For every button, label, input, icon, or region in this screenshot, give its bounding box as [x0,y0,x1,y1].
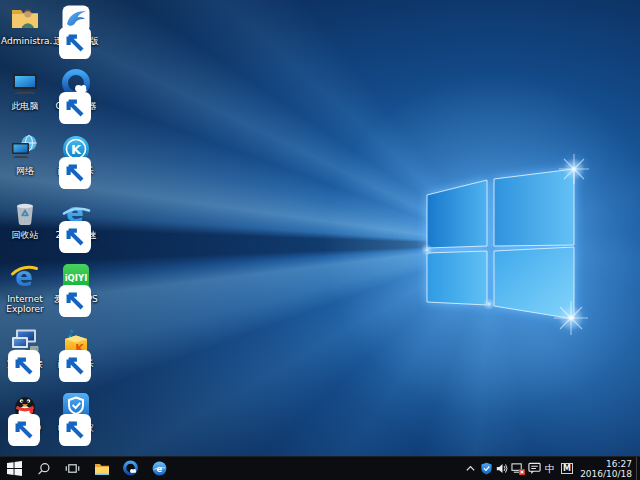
desktop-icon-administrator-folder[interactable]: Administra... [1,3,49,46]
search-icon [37,462,51,476]
desktop-icon-thunder-speed[interactable]: 迅雷极速版 [52,3,100,46]
iqiyi-icon: iQIYI [60,261,92,293]
show-desktop-button[interactable] [636,457,640,480]
shortcut-arrow-badge [8,414,17,423]
qq-browser-taskbar-button[interactable] [116,457,145,480]
task-view-button[interactable] [58,457,87,480]
desktop-icon-label: Administra... [1,36,49,46]
ime-mode-badge[interactable]: M [561,463,573,474]
desktop-icon-area: Administra... 迅雷极速版 此电脑 [0,0,640,456]
desktop-icon-tencent-qq[interactable]: 腾讯QQ [1,390,49,433]
2345-browser-icon: e [60,197,92,229]
recycle-bin-icon [9,197,41,229]
user-folder-icon [9,3,41,35]
svg-text:♪: ♪ [68,328,74,339]
ime-chinese-indicator[interactable]: 中 [542,462,558,476]
computer-monitor-icon [9,68,41,100]
desktop-icon-network[interactable]: 网络 [1,133,49,176]
network-globe-icon [9,133,41,165]
desktop-icon-qq-browser[interactable]: QQ浏览器 [52,68,100,111]
desktop-icon-kugou-music[interactable]: K 酷狗音乐 [52,133,100,176]
qq-penguin-icon [9,390,41,422]
pc-manager-shield-icon [60,390,92,422]
qq-browser-icon [60,68,92,100]
shortcut-arrow-badge [8,350,17,359]
desktop-icon-iqiyi-pps[interactable]: iQIYI 爱奇艺PPS [52,261,100,304]
system-tray: 中 M 16:27 2016/10/18 [462,457,640,480]
task-view-icon [65,462,80,475]
2345-browser-taskbar-button[interactable]: e [145,457,174,480]
security-shield-tray-icon[interactable] [478,457,494,480]
desktop-icon-broadband-connection[interactable]: 宽带连接 [1,326,49,369]
desktop-icon-label: 回收站 [1,230,49,240]
desktop-icon-label: 网络 [1,166,49,176]
clock-date: 2016/10/18 [576,469,632,479]
action-center-icon[interactable] [526,457,542,480]
2345-browser-icon: e [151,460,168,477]
svg-text:K: K [71,142,82,157]
broadband-computers-icon [9,326,41,358]
shortcut-arrow-badge [59,157,68,166]
shortcut-arrow-badge [59,92,68,101]
windows-start-icon [7,461,22,476]
desktop-icon-kuwo-music[interactable]: K ♪ 酷我音乐 [52,326,100,369]
desktop-icon-this-pc[interactable]: 此电脑 [1,68,49,111]
svg-text:iQIYI: iQIYI [65,273,88,283]
taskbar: e [0,456,640,480]
kugou-music-icon: K [60,133,92,165]
taskbar-left: e [0,457,174,480]
desktop-icon-recycle-bin[interactable]: 回收站 [1,197,49,240]
thunder-bird-icon [60,3,92,35]
internet-explorer-icon: e [9,261,41,293]
desktop-icon-pc-manager[interactable]: 电脑管家 [52,390,100,433]
desktop-icon-2345-browser[interactable]: e 2345加速浏览器 [52,197,100,250]
file-explorer-button[interactable] [87,457,116,480]
svg-text:e: e [157,464,163,474]
shortcut-arrow-badge [59,350,68,359]
file-explorer-folder-icon [94,462,110,476]
hidden-icons-chevron[interactable] [462,457,478,480]
search-button[interactable] [29,457,58,480]
shortcut-arrow-badge [59,221,68,230]
clock[interactable]: 16:27 2016/10/18 [576,459,636,479]
desktop-icon-label: 此电脑 [1,101,49,111]
shortcut-arrow-badge [59,414,68,423]
desktop-icon-internet-explorer[interactable]: e Internet Explorer [1,261,49,314]
desktop-icon-label: Internet Explorer [1,294,49,314]
network-error-icon[interactable] [510,457,526,480]
kuwo-music-icon: K ♪ [60,326,92,358]
windows-desktop-screen: { "desktop": { "icons": [ {"id": "admini… [0,0,640,480]
qq-browser-icon [122,460,139,477]
clock-time: 16:27 [576,459,632,469]
start-button[interactable] [0,457,29,480]
shortcut-arrow-badge [59,285,68,294]
shortcut-arrow-badge [59,27,68,36]
volume-icon[interactable] [494,457,510,480]
